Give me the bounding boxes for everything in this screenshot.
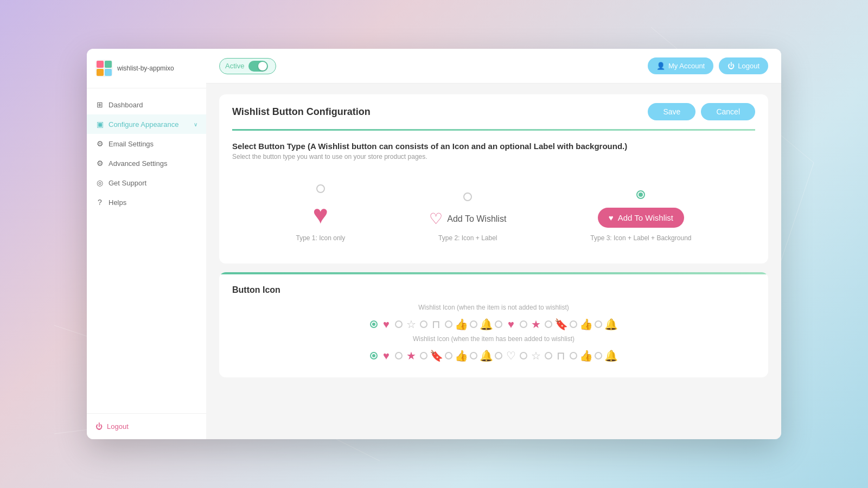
icon-radio-heart-inactive[interactable] <box>370 320 378 328</box>
icon-radio-thumb-outline-active[interactable] <box>570 352 577 359</box>
type2-radio[interactable] <box>463 192 472 201</box>
thumb-filled-icon: 👍 <box>579 318 592 331</box>
dashboard-icon: ⊞ <box>95 100 104 109</box>
card-title-row: Wishlist Button Configuration Save Cance… <box>219 94 768 129</box>
bookmark-filled-icon: 🔖 <box>554 318 567 331</box>
icon-radio-star-outline-active[interactable] <box>520 352 527 359</box>
icon-radio-bookmark-inactive[interactable] <box>420 320 427 328</box>
app-window: wishlist-by-appmixo ⊞ Dashboard ▣ Config… <box>87 49 781 439</box>
type2-radio-row <box>463 192 472 201</box>
bookmark-filled-active-icon: 🔖 <box>430 349 443 362</box>
icon-radio-star-filled-active[interactable] <box>395 352 403 359</box>
sidebar-item-helps[interactable]: ? Helps <box>87 192 206 212</box>
icon-option-star-inactive: ☆ <box>395 318 418 331</box>
icon-radio-bell-filled-inactive[interactable] <box>595 320 602 328</box>
icon-option-thumb-inactive: 👍 <box>445 318 468 331</box>
icon-option-thumb-filled-inactive: 👍 <box>570 318 592 331</box>
logo-icon <box>95 60 113 77</box>
header-logout-button[interactable]: ⏻ Logout <box>719 57 768 74</box>
cancel-button[interactable]: Cancel <box>701 103 755 120</box>
save-button[interactable]: Save <box>648 103 695 120</box>
heart-filled-icon: ♥ <box>380 318 393 331</box>
type3-add-wishlist-label: Add To Wishlist <box>618 213 673 222</box>
icon-option-star-outline-active: ☆ <box>520 349 542 362</box>
bell-outline-icon: 🔔 <box>480 318 493 331</box>
sidebar-nav: ⊞ Dashboard ▣ Configure Appearance ∨ ⚙ E… <box>87 88 206 413</box>
icon-option-thumb-outline-active: 👍 <box>570 349 592 362</box>
icon-option-bookmark-inactive: ⊓ <box>420 318 443 331</box>
logout-label: Logout <box>738 62 760 70</box>
icon-radio-heart-active[interactable] <box>370 352 378 359</box>
thumb-outline-icon: 👍 <box>455 318 468 331</box>
sidebar-item-email-settings[interactable]: ⚙ Email Settings <box>87 134 206 153</box>
star-outline-icon: ☆ <box>405 318 418 331</box>
header: Active 👤 My Account ⏻ Logout <box>206 49 781 84</box>
icon-option-heart-active: ♥ <box>370 350 393 362</box>
type1-label: Type 1: Icon only <box>296 234 346 242</box>
icon-radio-thumb-filled-active[interactable] <box>445 352 452 359</box>
type2-preview: ♡ Add To Wishlist <box>429 210 506 228</box>
button-types: ♥ Type 1: Icon only ♡ Add To Wishlist <box>232 174 755 253</box>
sidebar-item-label: Get Support <box>108 179 197 187</box>
icon-radio-thumb-inactive[interactable] <box>445 320 452 328</box>
account-icon: 👤 <box>656 62 665 70</box>
section-subtitle: Select the button type you want to use o… <box>232 153 755 160</box>
thumb-filled-active-icon: 👍 <box>455 349 468 362</box>
bookmark-outline-icon: ⊓ <box>430 318 443 331</box>
content-area[interactable]: Wishlist Button Configuration Save Cance… <box>206 84 781 439</box>
icon-radio-bookmark-filled-active[interactable] <box>420 352 427 359</box>
star-filled-icon: ★ <box>529 318 542 331</box>
active-toggle[interactable] <box>248 61 268 72</box>
icon-radio-bell-outline-active[interactable] <box>595 352 602 359</box>
active-icon-label: Wishlist Icon (when the item has been ad… <box>232 335 755 343</box>
my-account-label: My Account <box>668 62 705 70</box>
active-badge[interactable]: Active <box>219 58 276 74</box>
icon-option-bookmark-filled-inactive: 🔖 <box>545 318 567 331</box>
sidebar-item-label: Advanced Settings <box>108 159 197 168</box>
svg-rect-9 <box>105 61 112 68</box>
action-buttons: Save Cancel <box>648 103 755 120</box>
email-icon: ⚙ <box>95 139 104 148</box>
icon-option-bell-filled-active: 🔔 <box>470 349 493 362</box>
sidebar-logout-button[interactable]: ⏻ Logout <box>95 422 197 431</box>
icon-radio-heart-filled-inactive[interactable] <box>495 320 502 328</box>
icon-radio-bell-inactive[interactable] <box>470 320 477 328</box>
my-account-button[interactable]: 👤 My Account <box>648 57 713 74</box>
sidebar-item-advanced-settings[interactable]: ⚙ Advanced Settings <box>87 153 206 173</box>
icon-radio-star-filled-inactive[interactable] <box>520 320 527 328</box>
active-icon-row: ♥ ★ 🔖 👍 <box>232 349 755 362</box>
active-label: Active <box>225 62 244 70</box>
icon-radio-bell-filled-active[interactable] <box>470 352 477 359</box>
configure-icon: ▣ <box>95 120 104 129</box>
icon-section-body: Button Icon Wishlist Icon (when the item… <box>219 274 768 377</box>
icon-radio-thumb-filled-inactive[interactable] <box>570 320 577 328</box>
section-title: Select Button Type (A Wishlist button ca… <box>232 142 755 151</box>
icon-radio-heart-outline-active[interactable] <box>495 352 502 359</box>
logo-text: wishlist-by-appmixo <box>117 65 174 72</box>
icon-radio-bookmark-filled-inactive[interactable] <box>545 320 552 328</box>
icon-option-bell-outline-active: 🔔 <box>595 349 617 362</box>
icon-option-thumb-filled-active: 👍 <box>445 349 468 362</box>
helps-icon: ? <box>95 198 104 207</box>
icon-option-bell-filled-inactive: 🔔 <box>595 318 617 331</box>
button-type-1: ♥ Type 1: Icon only <box>296 184 346 242</box>
logout-icon: ⏻ <box>95 422 103 431</box>
header-actions: 👤 My Account ⏻ Logout <box>648 57 768 74</box>
heart-filled2-icon: ♥ <box>505 318 518 331</box>
icon-option-heart-inactive: ♥ <box>370 318 393 331</box>
sidebar-item-label: Helps <box>108 198 197 207</box>
bell-filled-icon: 🔔 <box>604 318 617 331</box>
sidebar-item-dashboard[interactable]: ⊞ Dashboard <box>87 95 206 114</box>
icon-radio-star-inactive[interactable] <box>395 320 403 328</box>
sidebar-logo: wishlist-by-appmixo <box>87 49 206 88</box>
support-icon: ◎ <box>95 178 104 187</box>
type3-radio[interactable] <box>636 190 645 199</box>
type2-label: Type 2: Icon + Label <box>438 234 497 242</box>
sidebar-item-configure-appearance[interactable]: ▣ Configure Appearance ∨ <box>87 114 206 134</box>
sidebar: wishlist-by-appmixo ⊞ Dashboard ▣ Config… <box>87 49 206 439</box>
type1-radio[interactable] <box>316 184 325 193</box>
page-title: Wishlist Button Configuration <box>232 106 371 118</box>
main-content: Active 👤 My Account ⏻ Logout Wishlist Bu… <box>206 49 781 439</box>
sidebar-item-get-support[interactable]: ◎ Get Support <box>87 173 206 192</box>
icon-radio-bookmark-outline-active[interactable] <box>545 352 552 359</box>
